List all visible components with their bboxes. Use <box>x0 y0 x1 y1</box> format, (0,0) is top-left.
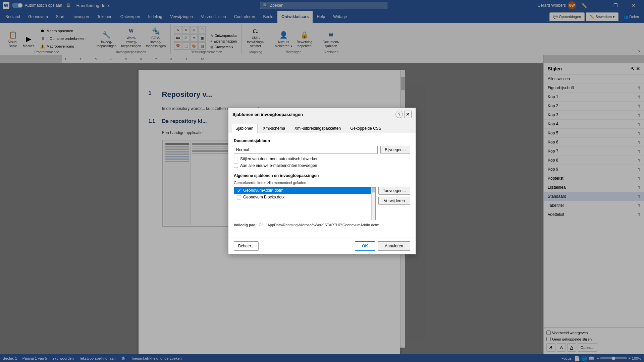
dialog-sjablonen: Sjablonen en invoegtoepassingen ? ✕ Sjab… <box>228 108 416 254</box>
templates-list-container: GeonovumAddIn.dotm Geonovum Blocks.dotx <box>234 187 376 220</box>
dialog-tab-xml-schema[interactable]: Xml-schema <box>258 124 289 133</box>
annuleren-button[interactable]: Annuleren <box>378 241 410 251</box>
doc-template-input[interactable] <box>234 146 378 154</box>
template-geonovum-addin-label: GeonovumAddIn.dotm <box>243 188 283 193</box>
general-templates-title: Algemene sjablonen en invoegtoepassingen <box>234 173 410 178</box>
auto-update-check[interactable] <box>234 157 238 161</box>
dialog-close-button[interactable]: ✕ <box>404 111 412 118</box>
dialog-tab-sjablonen[interactable]: Sjablonen <box>231 124 258 133</box>
doc-template-section-title: Documentsjabloon <box>234 138 410 143</box>
templates-list-scrollbar[interactable] <box>371 187 375 220</box>
add-emails-label: Aan alle nieuwe e-mailberichten toevoege… <box>240 163 317 168</box>
dialog-footer: Beheer... OK Annuleren <box>228 238 416 254</box>
template-item-geonovum-blocks[interactable]: Geonovum Blocks.dotx <box>234 194 371 200</box>
dialog-title: Sjablonen en invoegtoepassingen <box>232 112 303 117</box>
template-item-geonovum-addin[interactable]: GeonovumAddIn.dotm <box>234 187 371 194</box>
loaded-label: Gemarkeerde items zijn momenteel geladen… <box>234 181 410 185</box>
dialog-help-button[interactable]: ? <box>395 111 403 118</box>
dialog-body: Documentsjabloon Bijvoegen... Stijlen va… <box>228 133 416 238</box>
dialog-overlay: Sjablonen en invoegtoepassingen ? ✕ Sjab… <box>0 0 644 362</box>
dialog-titlebar: Sjablonen en invoegtoepassingen ? ✕ <box>228 108 416 121</box>
bijvoegen-button[interactable]: Bijvoegen... <box>380 146 410 154</box>
toevoegen-button[interactable]: Toevoegen... <box>378 187 410 195</box>
templates-list-box: GeonovumAddIn.dotm Geonovum Blocks.dotx <box>234 187 376 220</box>
dialog-titlebar-buttons: ? ✕ <box>395 111 412 118</box>
template-geonovum-addin-checkbox[interactable] <box>237 188 241 193</box>
auto-update-label: Stijlen van document automatisch bijwerk… <box>240 157 318 161</box>
doc-template-section: Documentsjabloon Bijvoegen... Stijlen va… <box>234 138 410 168</box>
add-emails-check[interactable] <box>234 164 238 168</box>
path-value: C:\...\AppData\Roaming\Microsoft\Word\ST… <box>259 223 379 227</box>
list-container: GeonovumAddIn.dotm Geonovum Blocks.dotx <box>234 187 410 220</box>
doc-template-row: Bijvoegen... <box>234 146 410 154</box>
ok-button[interactable]: OK <box>355 241 375 251</box>
templates-list: GeonovumAddIn.dotm Geonovum Blocks.dotx <box>234 187 376 220</box>
templates-list-scroll-area[interactable]: GeonovumAddIn.dotm Geonovum Blocks.dotx <box>234 187 371 220</box>
add-emails-checkbox[interactable]: Aan alle nieuwe e-mailberichten toevoege… <box>234 163 410 168</box>
dialog-tabs: Sjablonen Xml-schema Xml-uitbreidingspak… <box>228 121 416 133</box>
path-label: Volledig pad: <box>234 223 257 227</box>
beheer-button[interactable]: Beheer... <box>234 241 259 251</box>
template-action-buttons: Toevoegen... Verwijderen <box>378 187 410 220</box>
auto-update-checkbox[interactable]: Stijlen van document automatisch bijwerk… <box>234 157 410 161</box>
template-geonovum-blocks-checkbox[interactable] <box>237 195 241 199</box>
verwijderen-button[interactable]: Verwijderen <box>378 197 410 205</box>
dialog-tab-gekoppelde-css[interactable]: Gekoppelde CSS <box>346 124 386 133</box>
dialog-tab-xml-uitbreidingspakketten[interactable]: Xml-uitbreidingspakketten <box>290 124 345 133</box>
full-path-row: Volledig pad: C:\...\AppData\Roaming\Mic… <box>234 223 410 227</box>
template-geonovum-blocks-label: Geonovum Blocks.dotx <box>243 195 284 199</box>
general-templates-section: Algemene sjablonen en invoegtoepassingen… <box>234 173 410 227</box>
